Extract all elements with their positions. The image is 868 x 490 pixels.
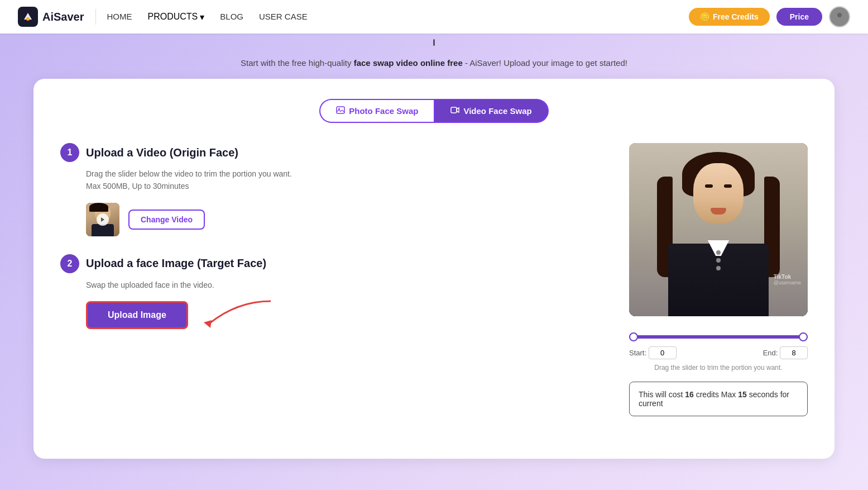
svg-rect-4 <box>451 107 457 113</box>
upload-image-button[interactable]: Upload Image <box>86 301 188 329</box>
hero-text: Start with the free high-quality face sw… <box>0 48 868 73</box>
step2-title: Upload a face Image (Target Face) <box>86 257 266 270</box>
logo-text: AiSaver <box>42 11 84 23</box>
slider-start-input[interactable] <box>649 346 677 359</box>
slider-thumb-left[interactable] <box>629 332 638 341</box>
step2-header: 2 Upload a face Image (Target Face) <box>60 254 607 273</box>
play-icon <box>97 213 109 226</box>
slider-hint: Drag the slider to trim the portion you … <box>629 364 808 372</box>
navbar-right: 🪙 Free Credits Price <box>689 6 850 27</box>
step1-title: Upload a Video (Origin Face) <box>86 146 238 159</box>
navbar: AiSaver HOME PRODUCTS ▾ BLOG USER CASE 🪙… <box>0 0 868 34</box>
step1-number: 1 <box>60 143 79 162</box>
svg-rect-2 <box>337 107 344 113</box>
svg-point-0 <box>26 17 30 21</box>
slider-inputs: Start: End: <box>629 346 808 359</box>
logo-icon <box>18 7 38 27</box>
avatar[interactable] <box>829 6 850 27</box>
step2-number: 2 <box>60 254 79 273</box>
nav-blog[interactable]: BLOG <box>220 12 243 21</box>
right-panel: TikTok @username Start: <box>629 143 808 416</box>
arrow-indicator <box>198 296 276 342</box>
tabs-row: Photo Face Swap Video Face Swap <box>60 99 808 123</box>
coin-icon: 🪙 <box>700 12 709 21</box>
upload-image-container: Upload Image <box>86 301 188 329</box>
logo[interactable]: AiSaver <box>18 7 84 27</box>
slider-end: End: <box>763 346 808 359</box>
slider-end-input[interactable] <box>780 346 808 359</box>
slider-thumb-right[interactable] <box>799 332 808 341</box>
nav-user-case[interactable]: USER CASE <box>259 12 308 21</box>
video-thumbnail <box>86 203 119 236</box>
tiktok-badge: TikTok @username <box>774 274 801 286</box>
video-icon <box>450 106 459 116</box>
video-preview: TikTok @username <box>629 143 808 316</box>
svg-point-3 <box>338 108 340 110</box>
video-row: Change Video <box>86 203 607 236</box>
navbar-nav: HOME PRODUCTS ▾ BLOG USER CASE <box>107 12 308 22</box>
left-panel: 1 Upload a Video (Origin Face) Drag the … <box>60 143 607 416</box>
slider-fill <box>629 335 808 339</box>
step2-desc: Swap the uploaded face in the video. <box>86 279 607 291</box>
price-button[interactable]: Price <box>776 8 822 26</box>
svg-point-1 <box>837 13 842 17</box>
slider-container: Start: End: Drag the slider to trim the … <box>629 325 808 376</box>
change-video-button[interactable]: Change Video <box>128 210 205 230</box>
photo-icon <box>336 106 345 116</box>
cost-box: This will cost 16 credits Max 15 seconds… <box>629 382 808 416</box>
content-area: 1 Upload a Video (Origin Face) Drag the … <box>60 143 808 416</box>
nav-products[interactable]: PRODUCTS ▾ <box>148 12 205 22</box>
step1-header: 1 Upload a Video (Origin Face) <box>60 143 607 162</box>
step1-desc: Drag the slider below the video to trim … <box>86 168 607 193</box>
video-preview-inner: TikTok @username <box>629 143 808 316</box>
nav-home[interactable]: HOME <box>107 12 132 21</box>
navbar-divider <box>95 9 96 25</box>
chevron-down-icon: ▾ <box>200 12 204 22</box>
free-credits-button[interactable]: 🪙 Free Credits <box>689 8 770 26</box>
top-decor <box>0 34 868 48</box>
slider-track <box>629 335 808 339</box>
slider-start: Start: <box>629 346 677 359</box>
tab-video-face-swap[interactable]: Video Face Swap <box>434 99 548 123</box>
main-card: Photo Face Swap Video Face Swap 1 Upload… <box>33 79 835 459</box>
tab-photo-face-swap[interactable]: Photo Face Swap <box>319 99 434 123</box>
